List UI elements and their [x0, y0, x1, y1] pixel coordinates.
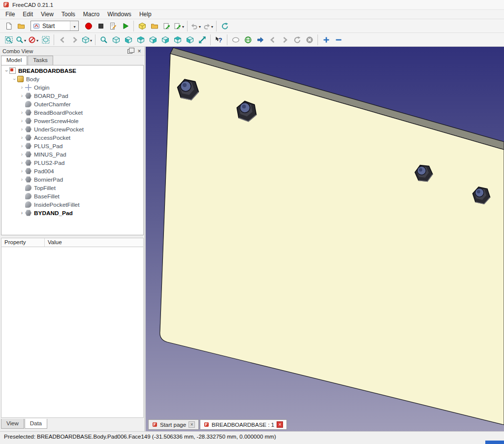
tree-item-topfillet[interactable]: TopFillet — [1, 184, 143, 192]
value-column-header[interactable]: Value — [45, 238, 143, 247]
expander-icon[interactable] — [19, 119, 25, 124]
tree-item-accesspocket[interactable]: AccessPocket — [1, 133, 143, 142]
close-tab-icon[interactable] — [189, 421, 195, 428]
undo-button[interactable] — [189, 20, 202, 32]
macro-stop-button[interactable] — [94, 20, 107, 32]
nav-back-button[interactable] — [56, 34, 68, 46]
axonometric-view-button[interactable] — [81, 34, 93, 46]
tree-item-bydand-pad[interactable]: BYDAND_Pad — [1, 209, 143, 217]
create-group-button[interactable] — [148, 20, 160, 32]
redo-button[interactable] — [202, 20, 214, 32]
isometric-view-button[interactable] — [110, 34, 122, 46]
browser-refresh-button[interactable] — [291, 34, 303, 46]
fit-all-button[interactable] — [2, 34, 15, 46]
menu-edit[interactable]: Edit — [19, 10, 37, 19]
expander-icon[interactable] — [19, 127, 25, 132]
workbench-dropdown[interactable] — [70, 21, 78, 31]
macro-edit-button[interactable] — [107, 20, 119, 32]
new-document-button[interactable] — [2, 20, 15, 32]
whats-this-button[interactable] — [213, 34, 225, 46]
menu-file[interactable]: File — [1, 10, 19, 19]
tree-item-breadboardbase[interactable]: BREADBOARDBASE — [1, 66, 143, 75]
front-view-button[interactable] — [122, 34, 134, 46]
expander-icon[interactable] — [19, 177, 25, 182]
tab-tasks[interactable]: Tasks — [28, 56, 53, 65]
tree-item-powerscrewhole[interactable]: PowerScrewHole — [1, 117, 143, 125]
menu-help[interactable]: Help — [135, 10, 156, 19]
macro-execute-button[interactable] — [119, 20, 131, 32]
bounding-box-button[interactable] — [39, 34, 52, 46]
chevron-down-icon — [73, 23, 75, 30]
expander-icon[interactable] — [19, 211, 25, 216]
refresh-document-button[interactable] — [219, 20, 231, 32]
menu-macro[interactable]: Macro — [79, 10, 103, 19]
menu-windows[interactable]: Windows — [103, 10, 135, 19]
open-document-button[interactable] — [15, 20, 27, 32]
browser-forward-button[interactable] — [279, 34, 291, 46]
bottom-view-button[interactable] — [171, 34, 184, 46]
expander-icon[interactable] — [19, 169, 25, 174]
open-folder-icon — [17, 22, 25, 30]
tree-item-plus-pad[interactable]: PLUS_Pad — [1, 142, 143, 150]
tree-item-plus2-pad[interactable]: PLUS2-Pad — [1, 159, 143, 167]
tab-view[interactable]: View — [1, 419, 24, 429]
zoom-out-button[interactable] — [332, 34, 345, 46]
tree-item-outerchamfer[interactable]: OuterChamfer — [1, 100, 143, 108]
combo-view-panel: Combo View Model Tasks BREADBOARDBASE Bo… — [0, 47, 145, 431]
pocket-feature-icon — [25, 126, 32, 132]
tree-item-minus-pad[interactable]: MINUS_Pad — [1, 150, 143, 159]
top-view-button[interactable] — [134, 34, 147, 46]
expander-icon[interactable] — [3, 68, 9, 73]
nav-forward-button[interactable] — [68, 34, 81, 46]
measure-distance-button[interactable] — [196, 34, 208, 46]
expander-icon[interactable] — [19, 135, 25, 140]
zoom-in-button[interactable] — [320, 34, 332, 46]
open-browser-button[interactable] — [242, 34, 254, 46]
expander-icon[interactable] — [19, 85, 25, 90]
fit-selection-button[interactable] — [97, 34, 110, 46]
tree-item-body[interactable]: Body — [1, 75, 143, 83]
tab-model[interactable]: Model — [1, 56, 27, 65]
expander-icon[interactable] — [11, 77, 17, 82]
menu-tools[interactable]: Tools — [58, 10, 79, 19]
expander-icon[interactable] — [19, 160, 25, 165]
tree-item-bornierpad[interactable]: BornierPad — [1, 175, 143, 184]
expander-icon[interactable] — [19, 152, 25, 157]
tab-breadboardbase-document[interactable]: BREADBOARDBASE : 1 — [200, 419, 287, 430]
tree-item-board-pad[interactable]: BOARD_Pad — [1, 92, 143, 100]
macro-record-button[interactable] — [82, 20, 94, 32]
tree-item-pad004[interactable]: Pad004 — [1, 167, 143, 175]
menu-view[interactable]: View — [37, 10, 58, 19]
workbench-selector[interactable]: Start — [31, 21, 79, 31]
start-page-button[interactable] — [229, 34, 242, 46]
close-tab-icon[interactable] — [277, 421, 283, 428]
property-table-body[interactable] — [1, 247, 144, 418]
make-link-button[interactable] — [160, 20, 173, 32]
3d-viewport[interactable]: Start page BREADBOARDBASE : 1 — [146, 47, 504, 431]
pad-feature-icon — [25, 143, 32, 149]
expander-icon[interactable] — [19, 110, 25, 115]
right-view-button[interactable] — [147, 34, 159, 46]
browser-back-button[interactable] — [266, 34, 279, 46]
draw-style-button[interactable] — [27, 34, 39, 46]
float-panel-icon[interactable] — [127, 49, 132, 54]
expander-icon[interactable] — [19, 94, 25, 98]
tab-start-page[interactable]: Start page — [148, 419, 199, 430]
expander-icon[interactable] — [19, 144, 25, 149]
tree-item-breadboardpocket[interactable]: BreadBoardPocket — [1, 108, 143, 117]
model-tree: BREADBOARDBASE Body Origin BOARD_Pad Out… — [1, 65, 144, 235]
zoom-button[interactable] — [15, 34, 27, 46]
left-view-button[interactable] — [184, 34, 196, 46]
tree-item-basefillet[interactable]: BaseFillet — [1, 192, 143, 200]
browser-stop-button[interactable] — [303, 34, 315, 46]
create-part-button[interactable] — [136, 20, 148, 32]
close-panel-icon[interactable] — [136, 48, 142, 54]
rear-view-button[interactable] — [159, 34, 171, 46]
tree-item-origin[interactable]: Origin — [1, 83, 143, 92]
make-sublink-button[interactable] — [173, 20, 185, 32]
tree-item-insidepocketfillet[interactable]: InsidePocketFillet — [1, 200, 143, 209]
tree-item-underscrewpocket[interactable]: UnderScrewPocket — [1, 125, 143, 133]
tab-data[interactable]: Data — [25, 419, 47, 429]
property-column-header[interactable]: Property — [1, 238, 45, 247]
go-forward-button[interactable] — [254, 34, 266, 46]
